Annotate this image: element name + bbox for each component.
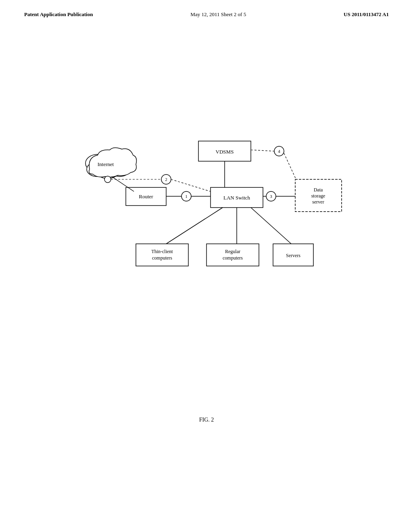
figure-caption: FIG. 2 <box>199 417 214 423</box>
line-lan-to-thinclient <box>166 208 223 244</box>
router-label: Router <box>139 193 153 200</box>
thin-client-label-1: Thin-client <box>151 249 173 254</box>
line-internet-to-router <box>112 177 134 191</box>
thin-client-label-2: computers <box>152 255 172 261</box>
header-right: US 2011/0113472 A1 <box>344 11 389 18</box>
vdsms-label: VDSMS <box>216 149 234 155</box>
svg-point-8 <box>104 176 111 183</box>
line-c4-to-datastorage <box>284 153 296 179</box>
svg-text:Internet: Internet <box>98 161 114 167</box>
line-c2-to-lanswitch <box>171 179 211 191</box>
callout-2-label: 2 <box>165 177 167 182</box>
servers-label: Servers <box>286 253 300 258</box>
callout-4-label: 4 <box>278 149 280 154</box>
lan-switch-label: LAN Switch <box>223 195 250 201</box>
data-storage-label-2: storage <box>311 193 325 199</box>
line-vdsms-to-c4 <box>251 150 274 151</box>
regular-label-2: computers <box>223 255 243 261</box>
data-storage-label-1: Data <box>314 187 323 193</box>
callout-1-label: 1 <box>185 194 188 199</box>
header-center: May 12, 2011 Sheet 2 of 5 <box>190 11 246 18</box>
data-storage-label-3: server <box>312 199 324 205</box>
callout-3-label: 3 <box>270 194 272 199</box>
internet-node: Internet <box>86 148 136 183</box>
line-lan-to-servers <box>251 208 291 244</box>
diagram-container: Internet 2 VDSMS 4 Router 1 <box>65 113 348 314</box>
header-left: Patent Application Publication <box>24 11 93 18</box>
regular-label-1: Regular <box>225 249 240 254</box>
